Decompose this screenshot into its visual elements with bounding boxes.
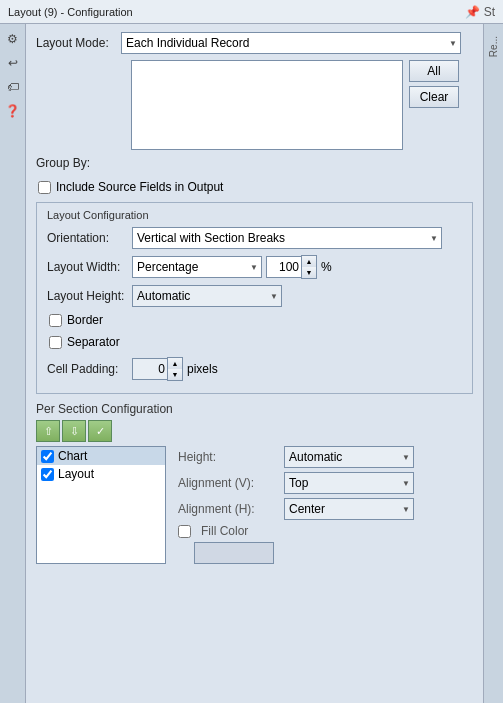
list-item-layout-label: Layout [58,467,94,481]
layout-width-select-wrapper: Percentage Fixed [132,256,262,278]
width-spinner-down[interactable]: ▼ [302,267,316,278]
include-source-fields-row: Include Source Fields in Output [38,180,473,194]
title-bar: Layout (9) - Configuration 📌 St [0,0,503,24]
fill-color-checkbox[interactable] [178,525,191,538]
border-row: Border [49,313,462,327]
height-select-wrapper: Automatic Fixed [284,446,414,468]
orientation-label: Orientation: [47,231,132,245]
alignment-h-select[interactable]: Left Center Right [284,498,414,520]
layout-width-select[interactable]: Percentage Fixed [132,256,262,278]
title-bar-icons: 📌 St [465,5,495,19]
right-edge: Re... [483,24,503,703]
layout-configuration-section: Layout Configuration Orientation: Vertic… [36,202,473,394]
text-area-section: All Clear [131,60,473,150]
orientation-select-wrapper: Vertical with Section Breaks Horizontal … [132,227,442,249]
fill-color-label: Fill Color [201,524,248,538]
per-section-title: Per Section Configuration [36,402,473,416]
fill-color-preview-row [194,542,473,564]
include-source-fields-checkbox[interactable] [38,181,51,194]
sidebar-icon-undo[interactable]: ↩ [4,54,22,72]
layout-height-select[interactable]: Automatic Fixed [132,285,282,307]
orientation-row: Orientation: Vertical with Section Break… [47,227,462,249]
split-panel: Chart Layout Height: Automatic [36,446,473,564]
layout-mode-label: Layout Mode: [36,36,121,50]
cell-padding-spinner: ▲ ▼ [167,357,183,381]
list-item-layout[interactable]: Layout [37,465,165,483]
height-select[interactable]: Automatic Fixed [284,446,414,468]
all-button[interactable]: All [409,60,459,82]
group-by-label: Group By: [36,156,121,170]
list-item-chart-label: Chart [58,449,87,463]
cell-padding-spinner-up[interactable]: ▲ [168,358,182,369]
separator-row: Separator [49,335,462,349]
section-list: Chart Layout [36,446,166,564]
layout-mode-textarea[interactable] [131,60,403,150]
layout-height-row: Layout Height: Automatic Fixed [47,285,462,307]
per-section-btn-down[interactable]: ⇩ [62,420,86,442]
group-by-row: Group By: [36,156,473,170]
border-checkbox[interactable] [49,314,62,327]
layout-mode-select[interactable]: Each Individual Record Group By Field Su… [121,32,461,54]
main-content: ⚙ ↩ 🏷 ❓ Layout Mode: Each Individual Rec… [0,24,503,703]
orientation-select[interactable]: Vertical with Section Breaks Horizontal … [132,227,442,249]
width-spinner: ▲ ▼ [301,255,317,279]
layout-mode-row: Layout Mode: Each Individual Record Grou… [36,32,473,54]
layout-width-label: Layout Width: [47,260,132,274]
alignment-h-select-wrapper: Left Center Right [284,498,414,520]
separator-label: Separator [67,335,120,349]
left-sidebar: ⚙ ↩ 🏷 ❓ [0,24,26,703]
layout-mode-select-wrapper: Each Individual Record Group By Field Su… [121,32,461,54]
close-button[interactable]: St [484,5,495,19]
fill-color-preview[interactable] [194,542,274,564]
layout-configuration-title: Layout Configuration [47,209,462,221]
title-bar-text: Layout (9) - Configuration [8,6,133,18]
sidebar-icon-settings[interactable]: ⚙ [4,30,22,48]
alignment-v-select-wrapper: Top Middle Bottom [284,472,414,494]
width-unit: % [321,260,332,274]
height-label: Height: [178,450,278,464]
list-item-layout-checkbox[interactable] [41,468,54,481]
clear-button[interactable]: Clear [409,86,459,108]
alignment-v-row: Alignment (V): Top Middle Bottom [178,472,473,494]
layout-height-label: Layout Height: [47,289,132,303]
btn-group-right: All Clear [409,60,459,150]
list-item-chart[interactable]: Chart [37,447,165,465]
fill-color-row: Fill Color [178,524,473,538]
cell-padding-input[interactable] [132,358,168,380]
per-section-btn-up[interactable]: ⇧ [36,420,60,442]
cell-padding-spinner-down[interactable]: ▼ [168,369,182,380]
alignment-h-row: Alignment (H): Left Center Right [178,498,473,520]
sidebar-icon-tag[interactable]: 🏷 [4,78,22,96]
cell-padding-row: Cell Padding: ▲ ▼ pixels [47,357,462,381]
cell-padding-unit: pixels [187,362,218,376]
per-section-configuration: Per Section Configuration ⇧ ⇩ ✓ Chart [36,402,473,564]
alignment-h-label: Alignment (H): [178,502,278,516]
list-item-chart-checkbox[interactable] [41,450,54,463]
pin-icon[interactable]: 📌 [465,5,480,19]
layout-width-row: Layout Width: Percentage Fixed 100 ▲ ▼ % [47,255,462,279]
separator-checkbox[interactable] [49,336,62,349]
right-edge-label: Re... [488,36,499,57]
height-row: Height: Automatic Fixed [178,446,473,468]
right-config: Height: Automatic Fixed Alignment (V): [166,446,473,564]
border-label: Border [67,313,103,327]
cell-padding-label: Cell Padding: [47,362,132,376]
per-section-toolbar: ⇧ ⇩ ✓ [36,420,473,442]
per-section-btn-check[interactable]: ✓ [88,420,112,442]
alignment-v-label: Alignment (V): [178,476,278,490]
sidebar-icon-help[interactable]: ❓ [4,102,22,120]
main-panel: Layout Mode: Each Individual Record Grou… [26,24,483,703]
layout-width-input[interactable]: 100 [266,256,302,278]
width-spinner-up[interactable]: ▲ [302,256,316,267]
layout-height-select-wrapper: Automatic Fixed [132,285,282,307]
include-source-fields-label: Include Source Fields in Output [56,180,223,194]
alignment-v-select[interactable]: Top Middle Bottom [284,472,414,494]
